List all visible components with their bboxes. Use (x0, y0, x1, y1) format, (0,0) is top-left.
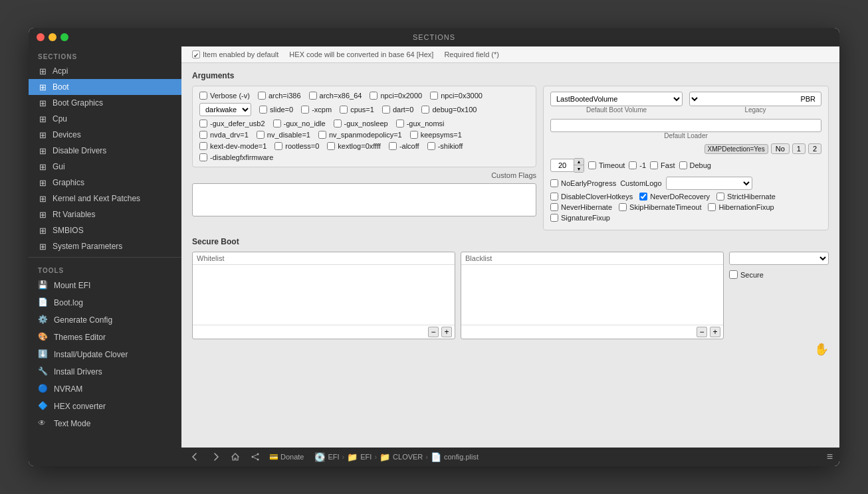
blacklist-add-button[interactable]: + (710, 327, 720, 337)
rootless-checkbox[interactable]: rootless=0 (274, 142, 319, 150)
tools-item-hex-converter[interactable]: 🔷 HEX converter (29, 398, 181, 415)
custom-logo-select[interactable] (666, 177, 752, 190)
default-loader-input[interactable] (550, 119, 821, 132)
close-button[interactable] (37, 33, 45, 41)
whitelist-remove-button[interactable]: − (428, 327, 439, 337)
tools-item-nvram[interactable]: 🔵 NVRAM (29, 380, 181, 398)
fast-input[interactable] (650, 161, 658, 169)
sidebar-item-acpi[interactable]: Acpi (29, 63, 181, 79)
forward-button[interactable] (208, 450, 223, 464)
disablegfx-checkbox[interactable]: -disablegfxfirmware (199, 153, 273, 161)
keepsyms-checkbox[interactable]: keepsyms=1 (410, 131, 462, 139)
strict-hibernate-checkbox[interactable]: StrictHibernate (716, 193, 776, 201)
nv-span-checkbox[interactable]: nv_spanmodepolicy=1 (318, 131, 402, 139)
darkwake-select[interactable]: darkwake (199, 103, 251, 116)
blacklist-remove-button[interactable]: − (697, 327, 707, 337)
xcpm-input[interactable] (301, 106, 309, 114)
gux-nosleep-checkbox[interactable]: -gux_nosleep (334, 120, 388, 127)
minus1-checkbox[interactable]: -1 (629, 161, 646, 169)
no-early-progress-input[interactable] (550, 179, 558, 187)
dart0-checkbox[interactable]: dart=0 (382, 106, 414, 114)
gux-defer-input[interactable] (199, 120, 207, 127)
legacy-select[interactable]: PBR (689, 92, 821, 106)
disable-clover-hotkeys-checkbox[interactable]: DisableCloverHotkeys (550, 193, 633, 201)
verbose-input[interactable] (199, 92, 207, 100)
shikioff-input[interactable] (427, 142, 435, 150)
gux-nomsi-checkbox[interactable]: -gux_nomsi (396, 120, 445, 127)
sidebar-item-kernel-kext[interactable]: Kernel and Kext Patches (29, 191, 181, 206)
nvda-drv-input[interactable] (199, 131, 207, 139)
gux-defer-checkbox[interactable]: -gux_defer_usb2 (199, 120, 265, 127)
sidebar-item-devices[interactable]: Devices (29, 127, 181, 143)
timeout-stepper[interactable]: ▲ ▼ (550, 158, 584, 173)
sidebar-item-boot[interactable]: Boot (29, 79, 181, 95)
skip-hibernate-timeout-checkbox[interactable]: SkipHibernateTimeout (619, 203, 701, 211)
sidebar-item-graphics[interactable]: Graphics (29, 175, 181, 191)
npci-2000-checkbox[interactable]: npci=0x2000 (370, 92, 422, 100)
minus1-input[interactable] (629, 161, 637, 169)
disablegfx-input[interactable] (199, 153, 207, 161)
sidebar-item-system-parameters[interactable]: System Parameters (29, 238, 181, 254)
dart0-input[interactable] (382, 106, 390, 114)
maximize-button[interactable] (60, 33, 68, 41)
tools-item-generate-config[interactable]: ⚙️ Generate Config (29, 311, 181, 329)
tools-item-boot-log[interactable]: 📄 Boot.log (29, 294, 181, 311)
kextlog-input[interactable] (327, 142, 335, 150)
arch-x86-input[interactable] (309, 92, 317, 100)
alcoff-input[interactable] (389, 142, 397, 150)
nv-disable-input[interactable] (257, 131, 265, 139)
gux-nosleep-input[interactable] (334, 120, 342, 127)
never-do-recovery-checkbox[interactable]: NeverDoRecovery (639, 193, 710, 201)
kext-dev-input[interactable] (199, 142, 207, 150)
skip-hibernate-timeout-input[interactable] (619, 203, 627, 211)
secure-boot-select[interactable] (729, 252, 829, 265)
fast-checkbox[interactable]: Fast (650, 161, 675, 169)
xmp-2-button[interactable]: 2 (808, 143, 821, 154)
arch-i386-checkbox[interactable]: arch=i386 (258, 92, 301, 100)
tools-item-install-drivers[interactable]: 🔧 Install Drivers (29, 363, 181, 380)
kextlog-checkbox[interactable]: kextlog=0xffff (327, 142, 381, 150)
never-hibernate-input[interactable] (550, 203, 558, 211)
tools-item-mount-efi[interactable]: 💾 Mount EFI (29, 277, 181, 294)
verbose-checkbox[interactable]: Verbose (-v) (199, 92, 250, 100)
xmp-no-button[interactable]: No (771, 143, 790, 154)
signature-fixup-input[interactable] (550, 214, 558, 222)
npci-2000-input[interactable] (370, 92, 378, 100)
never-do-recovery-input[interactable] (639, 193, 647, 201)
menu-icon[interactable]: ≡ (827, 451, 833, 463)
home-button[interactable] (228, 450, 243, 464)
keepsyms-input[interactable] (410, 131, 418, 139)
arch-i386-input[interactable] (258, 92, 266, 100)
shikioff-checkbox[interactable]: -shikioff (427, 142, 463, 150)
nvda-drv-checkbox[interactable]: nvda_drv=1 (199, 131, 249, 139)
gux-no-idle-input[interactable] (273, 120, 281, 127)
timeout-input[interactable] (550, 159, 574, 172)
xmp-1-button[interactable]: 1 (792, 143, 806, 154)
drag-handle-icon[interactable]: ✋ (814, 342, 829, 357)
nv-span-input[interactable] (318, 131, 326, 139)
hibernation-fixup-input[interactable] (708, 203, 716, 211)
sidebar-item-rt-variables[interactable]: Rt Variables (29, 206, 181, 222)
nv-disable-checkbox[interactable]: nv_disable=1 (257, 131, 310, 139)
xcpm-checkbox[interactable]: -xcpm (301, 106, 332, 114)
default-boot-volume-select[interactable]: LastBootedVolume (550, 92, 683, 106)
debug-input[interactable] (679, 161, 687, 169)
sidebar-item-disable-drivers[interactable]: Disable Drivers (29, 143, 181, 159)
npci-3000-checkbox[interactable]: npci=0x3000 (430, 92, 483, 100)
whitelist-add-button[interactable]: + (441, 327, 452, 337)
secure-checkbox[interactable]: Secure (729, 270, 829, 279)
sidebar-item-gui[interactable]: Gui (29, 159, 181, 175)
tools-item-text-mode[interactable]: 👁 Text Mode (29, 415, 181, 432)
rootless-input[interactable] (274, 142, 282, 150)
timeout-input-check[interactable] (588, 161, 596, 169)
debug100-checkbox[interactable]: debug=0x100 (421, 106, 477, 114)
sidebar-item-boot-graphics[interactable]: Boot Graphics (29, 95, 181, 111)
sidebar-item-cpu[interactable]: Cpu (29, 111, 181, 127)
cpus1-checkbox[interactable]: cpus=1 (340, 106, 374, 114)
debug100-input[interactable] (421, 106, 429, 114)
stepper-down-button[interactable]: ▼ (574, 165, 584, 172)
secure-input[interactable] (729, 270, 738, 279)
never-hibernate-checkbox[interactable]: NeverHibernate (550, 203, 612, 211)
arch-x86-checkbox[interactable]: arch=x86_64 (309, 92, 362, 100)
tools-item-install-clover[interactable]: ⬇️ Install/Update Clover (29, 346, 181, 363)
